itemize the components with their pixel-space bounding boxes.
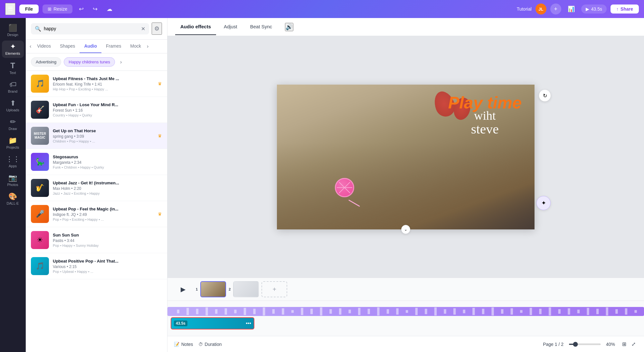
audio-meta: Various • 2:15: [53, 264, 162, 269]
audio-thumb: 🦕: [31, 153, 49, 171]
zoom-slider[interactable]: [569, 344, 601, 345]
svg-rect-26: [425, 309, 427, 314]
icon-sidebar: ⬛ Design ✦ Elements T Text 🏷 Brand ⬆ Upl…: [0, 18, 26, 352]
search-clear-button[interactable]: ✕: [141, 26, 145, 32]
sidebar-item-dalle[interactable]: 🎨 DALL·E: [2, 190, 24, 208]
timeline-play-button[interactable]: ▶: [175, 282, 191, 297]
brand-icon: 🏷: [9, 81, 16, 88]
sidebar-item-elements[interactable]: ✦ Elements: [2, 41, 24, 58]
sidebar-item-text[interactable]: T Text: [2, 59, 24, 77]
tab-audio[interactable]: Audio: [80, 40, 101, 53]
list-item[interactable]: 🦕 Stegosaurus Margareta • 2:34 Funk • Ch…: [26, 149, 167, 175]
svg-rect-32: [482, 309, 484, 314]
avatar: JL: [535, 4, 546, 14]
add-collaborator-button[interactable]: +: [550, 4, 561, 14]
category-next-button[interactable]: ›: [146, 42, 150, 51]
svg-rect-29: [453, 308, 456, 315]
list-item[interactable]: ☀ Sun Sun Sun Pastis • 3:44 Pop • Happy …: [26, 227, 167, 253]
filter-chip-advertising[interactable]: Advertising: [31, 57, 61, 67]
search-icon: 🔍: [35, 26, 41, 32]
page-1-label: 1: [196, 287, 198, 291]
audio-tags: Hip Hop • Pop • Exciting • Happy ...: [53, 87, 154, 91]
filter-chip-happy-childrens[interactable]: Happy childrens tunes: [64, 57, 115, 67]
analytics-button[interactable]: 📊: [565, 4, 577, 14]
menu-icon[interactable]: ☰: [5, 3, 15, 15]
svg-rect-2: [196, 309, 198, 314]
canvas-collapse-button[interactable]: ⌄: [401, 225, 410, 234]
magic-button[interactable]: ✦: [536, 196, 551, 210]
list-item[interactable]: 🎤 Upbeat Pop - Feel the Magic (in... Ind…: [26, 201, 167, 227]
svg-rect-25: [415, 308, 418, 315]
audio-title: Upbeat Positive Pop - Aint That...: [53, 259, 162, 264]
list-item[interactable]: 🎷 Upbeat Jazz - Get It! (instrumen... Ma…: [26, 175, 167, 201]
volume-icon[interactable]: 🔊: [285, 23, 293, 31]
sidebar-item-draw[interactable]: ✏ Draw: [2, 116, 24, 133]
grid-view-button[interactable]: ⊞: [620, 340, 628, 348]
svg-rect-15: [320, 307, 322, 315]
search-input[interactable]: [44, 26, 138, 31]
resize-icon: ⊞: [48, 6, 52, 12]
expand-button[interactable]: ⤢: [630, 340, 638, 348]
audio-clip[interactable]: 43.5s •••: [171, 317, 254, 329]
sidebar-item-brand[interactable]: 🏷 Brand: [2, 79, 24, 96]
cloud-save-button[interactable]: ☁: [104, 4, 115, 14]
list-item[interactable]: 🎵 Upbeat Positive Pop - Aint That... Var…: [26, 253, 167, 279]
file-button[interactable]: File: [19, 5, 39, 14]
design-icon: ⬛: [8, 24, 17, 32]
sidebar-item-apps[interactable]: ⋮⋮ Apps: [2, 153, 24, 171]
category-tabs: ‹ Videos Shapes Audio Frames Mock ›: [26, 40, 167, 53]
tab-beat-sync[interactable]: Beat Sync: [245, 19, 277, 35]
page-1-thumb[interactable]: [200, 281, 226, 297]
audio-title: Upbeat Jazz - Get It! (instrumen...: [53, 181, 162, 185]
tutorial-link[interactable]: Tutorial: [517, 6, 532, 12]
duration-button[interactable]: ⏱ Duration: [198, 342, 222, 347]
audio-list: 🎵 Upbeat Fitness - Thats Just Me ... Erl…: [26, 71, 167, 352]
undo-button[interactable]: ↩: [76, 4, 86, 14]
refresh-button[interactable]: ↻: [539, 90, 551, 101]
sidebar-item-uploads[interactable]: ⬆ Uploads: [2, 97, 24, 115]
svg-rect-33: [491, 307, 494, 315]
tab-frames[interactable]: Frames: [101, 40, 126, 53]
timeline-tracks: 43.5s •••: [167, 301, 644, 336]
preview-play-button[interactable]: ▶ 43.5s: [581, 5, 607, 14]
clip-options-icon[interactable]: •••: [246, 320, 251, 326]
redo-button[interactable]: ↪: [90, 4, 100, 14]
list-item[interactable]: 🎵 Upbeat Fitness - Thats Just Me ... Erl…: [26, 71, 167, 97]
list-item[interactable]: 🎸 Upbeat Fun - Lose Your Mind R... Fores…: [26, 97, 167, 123]
audio-info: Upbeat Pop - Feel the Magic (in... Indig…: [53, 207, 154, 221]
svg-rect-17: [339, 308, 341, 315]
audio-tags: Jazz • Jazz • Exciting • Happy: [53, 191, 162, 195]
category-prev-button[interactable]: ‹: [28, 42, 33, 51]
add-page-button[interactable]: +: [261, 281, 287, 297]
sidebar-item-projects[interactable]: 📁 Projects: [2, 134, 24, 152]
search-filter-button[interactable]: ⚙: [152, 23, 162, 35]
svg-rect-24: [406, 310, 408, 312]
page-2-thumb[interactable]: [233, 281, 259, 297]
share-button[interactable]: ↑ Share: [611, 5, 639, 14]
svg-rect-5: [225, 308, 227, 315]
audio-tags: Pop • Happy • Sunny Holiday: [53, 244, 162, 247]
tab-mock[interactable]: Mock: [126, 40, 145, 53]
yarn-ball: [335, 178, 354, 197]
svg-rect-0: [177, 310, 179, 313]
audio-title: Sun Sun Sun: [53, 233, 162, 237]
sidebar-item-photos[interactable]: 📷 Photos: [2, 172, 24, 189]
svg-rect-14: [310, 309, 313, 314]
audio-meta: Erloom feat. King Trife • 1:41: [53, 82, 154, 87]
tab-adjust[interactable]: Adjust: [219, 19, 242, 35]
svg-rect-48: [634, 310, 637, 312]
tab-videos[interactable]: Videos: [33, 40, 55, 53]
notes-button[interactable]: 📝 Notes: [174, 342, 193, 347]
crown-icon: ♛: [158, 133, 162, 138]
tab-audio-effects[interactable]: Audio effects: [175, 19, 216, 35]
tab-shapes[interactable]: Shapes: [55, 40, 80, 53]
audio-thumb: 🎸: [31, 101, 49, 119]
list-item[interactable]: MISTERMAGIC Get Up on That Horse spring …: [26, 123, 167, 149]
timeline-pages: ▶ 1 2 +: [167, 278, 644, 301]
svg-rect-41: [568, 308, 570, 315]
audio-info: Get Up on That Horse spring gang • 3:09 …: [53, 128, 154, 143]
filter-more-button[interactable]: ›: [118, 58, 124, 66]
resize-button[interactable]: ⊞ Resize: [43, 5, 72, 14]
sidebar-item-design[interactable]: ⬛ Design: [2, 22, 24, 39]
audio-title: Stegosaurus: [53, 154, 162, 159]
